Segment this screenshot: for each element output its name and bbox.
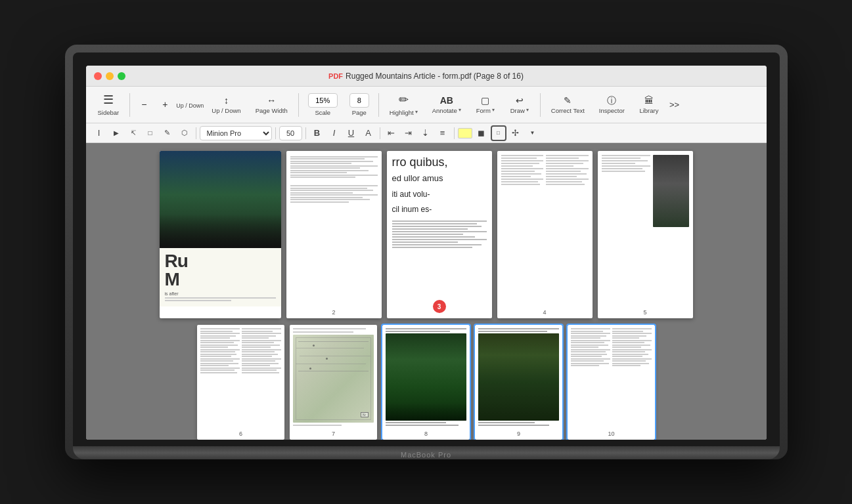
text-cursor-tool[interactable]: I: [91, 125, 107, 141]
inspector-label: Inspector: [599, 107, 625, 114]
more-tool[interactable]: >>: [667, 90, 682, 120]
page-width-tool[interactable]: ↔ Page Width: [249, 90, 294, 120]
page-num-4: 4: [541, 309, 548, 316]
page-3-thumb[interactable]: rro quibus, ed ullor amus iti aut volu- …: [387, 151, 492, 318]
page-num-8: 8: [422, 430, 430, 437]
page-7-thumb[interactable]: N↑ 7: [290, 325, 377, 440]
zoom-in-tool[interactable]: +: [155, 90, 175, 120]
up-down-tool[interactable]: ↕ Up / Down: [205, 90, 247, 120]
annotate-arrow: ▾: [459, 107, 461, 113]
inspector-tool[interactable]: ⓘ Inspector: [593, 90, 631, 120]
up-down-label: Up / Down: [176, 102, 204, 109]
page-row-1: RuM is after: [94, 151, 759, 318]
traffic-lights: [94, 72, 125, 80]
highlight-label: Highlight: [390, 109, 414, 116]
screen: PDF Rugged Mountains Article - form.pdf …: [86, 66, 767, 440]
divider-4: [540, 93, 541, 117]
scale-wrap: Scale: [303, 91, 343, 119]
annotate-tool[interactable]: AB Annotate ▾: [426, 90, 468, 120]
up-down-icon: ↕: [224, 95, 229, 106]
page-wrap: Page: [344, 91, 374, 119]
library-tool[interactable]: 🏛 Library: [633, 90, 665, 120]
macbook-bottom: MacBook Pro: [73, 446, 780, 459]
page-num-7: 7: [330, 430, 337, 437]
scale-label: Scale: [315, 109, 330, 116]
zoom-out-icon: −: [141, 99, 146, 110]
bold-button[interactable]: B: [309, 125, 325, 141]
minimize-button[interactable]: [106, 72, 114, 80]
close-button[interactable]: [94, 72, 102, 80]
correct-text-label: Correct Text: [551, 107, 585, 114]
align-left-button[interactable]: ⇤: [384, 125, 399, 141]
correct-text-tool[interactable]: ✎ Correct Text: [545, 90, 591, 120]
page-num-6: 6: [237, 430, 244, 437]
select-box-tool[interactable]: □: [143, 125, 158, 141]
page-width-label: Page Width: [256, 107, 288, 114]
highlight-arrow: ▾: [415, 109, 418, 115]
page-num-2: 2: [330, 309, 337, 316]
shape-tool[interactable]: ⬡: [177, 125, 192, 141]
page-input[interactable]: [349, 93, 369, 108]
underline-button[interactable]: U: [344, 125, 359, 141]
align-justify-button[interactable]: ≡: [435, 125, 451, 141]
form-icon: ▢: [481, 95, 489, 106]
pdf-icon: PDF: [328, 72, 343, 80]
divider-3: [378, 93, 379, 117]
italic-button[interactable]: I: [326, 125, 342, 141]
sidebar-tool[interactable]: ☰ Sidebar: [91, 90, 126, 120]
sec-div-4: [380, 127, 380, 139]
zoom-out-tool[interactable]: −: [134, 90, 154, 120]
draw-tool[interactable]: ↩ Draw ▾: [503, 90, 536, 120]
draw-icon: ↩: [516, 95, 524, 106]
page-1-thumb[interactable]: RuM is after: [160, 151, 281, 318]
font-size-input[interactable]: [279, 126, 302, 140]
sec-div-3: [305, 127, 306, 139]
page-2-thumb[interactable]: 2: [286, 151, 382, 318]
library-icon: 🏛: [644, 95, 654, 106]
secondary-toolbar: I ▶ ↸ □ ✎ ⬡ Minion Pro B I U A: [86, 123, 767, 143]
highlight-color-btn[interactable]: [458, 128, 472, 138]
pencil-tool[interactable]: ✎: [160, 125, 175, 141]
align-right-button[interactable]: ⇣: [418, 125, 434, 141]
window-title: PDF Rugged Mountains Article - form.pdf …: [328, 72, 524, 81]
pointer-tool[interactable]: ▶: [108, 125, 124, 141]
annotate-icon: AB: [440, 95, 453, 106]
sidebar-label: Sidebar: [98, 109, 120, 116]
scale-input[interactable]: [308, 93, 338, 108]
page-num-10: 10: [606, 430, 616, 437]
fill-color-btn[interactable]: ◼: [474, 125, 489, 141]
highlight-icon: ✏: [399, 93, 409, 108]
form-tool[interactable]: ▢ Form ▾: [469, 90, 502, 120]
highlight-tool[interactable]: ✏ Highlight ▾: [383, 90, 424, 120]
page-5-thumb[interactable]: 5: [598, 151, 693, 318]
more-icon: >>: [669, 100, 679, 110]
sidebar-icon: ☰: [103, 93, 114, 108]
inspector-icon: ⓘ: [607, 95, 616, 106]
content-area: RuM is after: [86, 143, 767, 440]
screen-bezel: PDF Rugged Mountains Article - form.pdf …: [73, 52, 780, 446]
page-4-thumb[interactable]: 4: [497, 151, 593, 318]
color-chevron-btn[interactable]: ▼: [525, 125, 541, 141]
text-color-button[interactable]: A: [361, 125, 376, 141]
page-num-9: 9: [515, 430, 522, 437]
draw-label: Draw: [510, 107, 525, 114]
page-8-thumb[interactable]: 8: [382, 325, 470, 440]
main-toolbar: ☰ Sidebar − + − Up / Down ↕ Up / Down: [86, 87, 767, 123]
macbook-label: MacBook Pro: [401, 448, 451, 459]
page-6-thumb[interactable]: 6: [197, 325, 284, 440]
font-selector[interactable]: Minion Pro: [200, 126, 272, 140]
sec-div-5: [454, 127, 455, 139]
align-center-button[interactable]: ⇥: [401, 125, 416, 141]
border-color-btn[interactable]: □: [491, 125, 506, 141]
page-10-thumb[interactable]: 10: [568, 325, 655, 440]
select-tool[interactable]: ↸: [125, 125, 141, 141]
maximize-button[interactable]: [118, 72, 125, 80]
annotate-label: Annotate: [432, 107, 457, 114]
up-down-tool-label: Up / Down: [212, 107, 240, 114]
sec-div-2: [275, 127, 276, 139]
zoom-in-icon: +: [162, 99, 168, 110]
page-width-icon: ↔: [267, 95, 276, 106]
color-more-btn[interactable]: ✢: [508, 125, 524, 141]
title-bar: PDF Rugged Mountains Article - form.pdf …: [86, 66, 767, 87]
page-9-thumb[interactable]: 9: [475, 325, 562, 440]
